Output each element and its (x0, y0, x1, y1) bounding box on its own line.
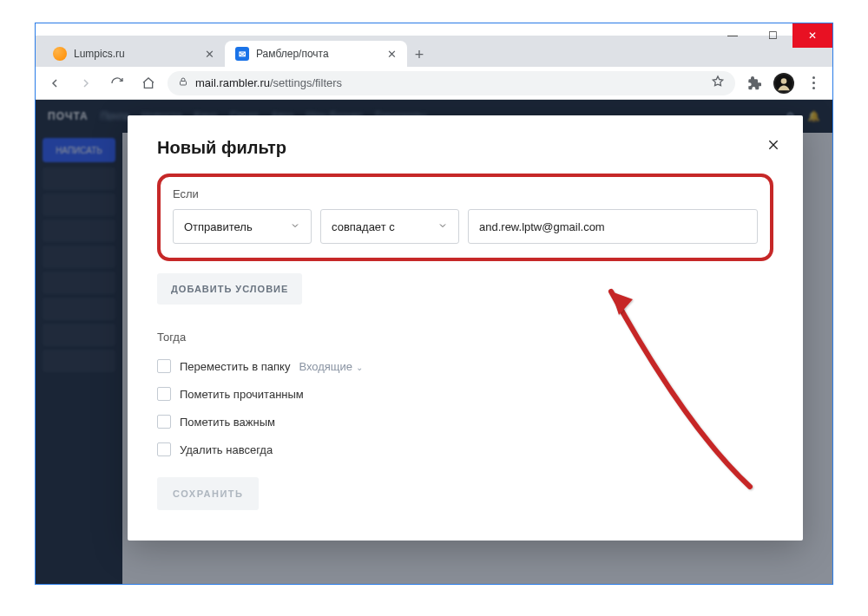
tab-close-icon[interactable]: ✕ (387, 48, 397, 61)
action-mark-read[interactable]: Пометить прочитанным (157, 380, 773, 408)
save-button[interactable]: СОХРАНИТЬ (157, 477, 259, 510)
nav-back[interactable] (43, 71, 67, 95)
select-value: совпадает с (332, 220, 395, 233)
new-tab-button[interactable]: + (407, 43, 431, 67)
tab-title: Lumpics.ru (74, 48, 198, 60)
condition-row: Отправитель совпадает с and.rew.lptw@gma… (173, 209, 758, 244)
filter-modal: Новый фильтр Если Отправитель совпадает … (128, 115, 803, 541)
favicon-rambler: ✉ (235, 47, 249, 61)
nav-forward (74, 71, 98, 95)
profile-avatar[interactable] (773, 73, 794, 94)
chevron-down-icon (290, 220, 300, 233)
checkbox[interactable] (157, 387, 171, 401)
condition-operator-select[interactable]: совпадает с (320, 209, 459, 244)
window-maximize[interactable]: ☐ (753, 23, 792, 48)
condition-field-select[interactable]: Отправитель (173, 209, 312, 244)
input-value: and.rew.lptw@gmail.com (479, 220, 605, 233)
checkbox[interactable] (157, 442, 171, 456)
add-condition-button[interactable]: ДОБАВИТЬ УСЛОВИЕ (157, 273, 302, 305)
action-label: Удалить навсегда (180, 443, 273, 456)
condition-value-input[interactable]: and.rew.lptw@gmail.com (468, 209, 758, 244)
action-label: Пометить важным (180, 416, 275, 429)
browser-window: — ☐ ✕ Lumpics.ru ✕ ✉ Рамблер/почта ✕ + (35, 23, 833, 585)
action-label: Пометить прочитанным (180, 388, 304, 401)
checkbox[interactable] (157, 415, 171, 429)
section-then-label: Тогда (157, 331, 773, 344)
tab-rambler[interactable]: ✉ Рамблер/почта ✕ (225, 41, 407, 67)
window-controls: — ☐ ✕ (713, 23, 832, 48)
move-folder-select[interactable]: Входящие ⌄ (299, 360, 362, 373)
window-minimize[interactable]: — (713, 23, 753, 48)
action-label: Переместить в папку (180, 360, 290, 373)
chevron-down-icon: ⌄ (356, 363, 363, 372)
action-mark-important[interactable]: Пометить важным (157, 408, 773, 436)
tab-title: Рамблер/почта (256, 48, 380, 60)
nav-home[interactable] (136, 71, 161, 95)
select-value: Отправитель (184, 220, 253, 233)
browser-toolbar: mail.rambler.ru/settings/filters (36, 67, 832, 100)
chevron-down-icon (437, 220, 448, 233)
modal-title: Новый фильтр (157, 138, 773, 158)
lock-icon (178, 76, 188, 89)
then-section: Тогда Переместить в папку Входящие ⌄ Пом… (157, 331, 773, 463)
page-content: ПОЧТА Почта Новости Кино Спорт Авто Шоу-… (36, 100, 832, 584)
action-move[interactable]: Переместить в папку Входящие ⌄ (157, 352, 773, 380)
action-delete[interactable]: Удалить навсегда (157, 436, 773, 463)
svg-point-2 (781, 78, 787, 84)
svg-rect-0 (181, 82, 187, 86)
checkbox[interactable] (157, 359, 171, 373)
favicon-lumpics (53, 47, 67, 61)
tab-close-icon[interactable]: ✕ (205, 48, 214, 61)
url-text: mail.rambler.ru/settings/filters (195, 76, 342, 89)
condition-highlight: Если Отправитель совпадает с and.rew.lpt… (157, 174, 773, 261)
window-close[interactable]: ✕ (792, 23, 832, 48)
address-bar[interactable]: mail.rambler.ru/settings/filters (168, 71, 735, 95)
extensions-icon[interactable] (742, 71, 766, 95)
modal-close[interactable] (766, 138, 780, 156)
tab-lumpics[interactable]: Lumpics.ru ✕ (43, 41, 225, 67)
nav-reload[interactable] (105, 71, 129, 95)
section-if-label: Если (173, 187, 758, 200)
bookmark-icon[interactable] (711, 75, 725, 91)
browser-menu[interactable] (801, 71, 825, 95)
